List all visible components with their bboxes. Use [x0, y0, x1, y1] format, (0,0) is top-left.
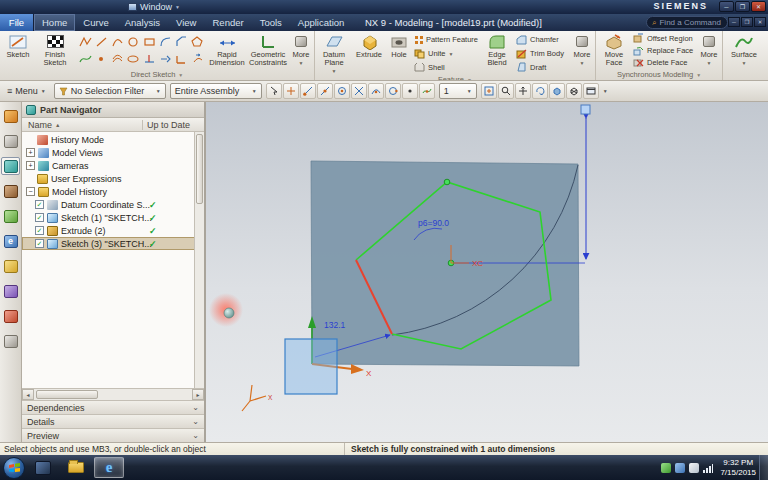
geometric-constraints-button[interactable]: Geometric Constraints: [247, 32, 289, 69]
rapid-dimension-button[interactable]: Rapid Dimension: [207, 32, 247, 69]
studio-spline-icon[interactable]: [77, 51, 93, 68]
constraint-navigator-icon[interactable]: [1, 132, 20, 150]
doc-minimize-button[interactable]: ─: [728, 17, 740, 27]
pan-icon[interactable]: [515, 83, 531, 99]
move-curve-icon[interactable]: [189, 51, 205, 68]
sketch-plane-face[interactable]: [311, 161, 579, 366]
suppress-checkbox[interactable]: ✓: [35, 200, 44, 209]
angle-dimension-text[interactable]: p6=90.0: [418, 218, 449, 228]
pattern-feature-button[interactable]: Pattern Feature: [414, 34, 478, 46]
tab-view[interactable]: View: [168, 14, 204, 31]
circle-icon[interactable]: [125, 34, 141, 51]
suppress-checkbox[interactable]: ✓: [35, 239, 44, 248]
snap-point-ball[interactable]: [224, 308, 234, 318]
unite-button[interactable]: Unite ▼: [414, 48, 478, 60]
vertical-scrollbar[interactable]: [194, 132, 204, 388]
reuse-library-icon[interactable]: [1, 182, 20, 200]
horizontal-scrollbar[interactable]: ◄ ►: [22, 388, 204, 400]
fit-view-icon[interactable]: [481, 83, 497, 99]
roles-icon[interactable]: [1, 332, 20, 350]
action-center-icon[interactable]: [689, 463, 699, 473]
expand-icon[interactable]: +: [26, 161, 35, 170]
edge-blend-button[interactable]: Edge Blend: [480, 32, 514, 75]
quadrant-point-icon[interactable]: [385, 83, 401, 99]
polygon-icon[interactable]: [189, 34, 205, 51]
doc-close-button[interactable]: ✕: [754, 17, 766, 27]
tree-item-datum-csys[interactable]: ✓ Datum Coordinate S... ✓: [22, 198, 204, 211]
arc-center-icon[interactable]: [368, 83, 384, 99]
taskbar-app-explorer[interactable]: [61, 457, 91, 478]
tab-curve[interactable]: Curve: [75, 14, 116, 31]
restore-button[interactable]: ❐: [735, 1, 750, 12]
tree-item-sketch-1[interactable]: ✓ Sketch (1) "SKETCH... ✓: [22, 211, 204, 224]
shell-button[interactable]: Shell: [414, 61, 478, 73]
move-face-button[interactable]: Move Face: [597, 32, 631, 69]
web-browser-icon[interactable]: e: [1, 232, 20, 250]
graphics-window[interactable]: XC p6=90.0 132.1 X X: [206, 102, 768, 442]
taskbar-app-nx[interactable]: [28, 457, 58, 478]
point-icon[interactable]: [93, 51, 109, 68]
length-dimension-text[interactable]: 132.1: [324, 320, 346, 330]
feature-more-button[interactable]: More ▼: [570, 32, 594, 75]
tab-tools[interactable]: Tools: [252, 14, 290, 31]
close-button[interactable]: ✕: [751, 1, 766, 12]
sketch-button[interactable]: Sketch: [1, 32, 35, 69]
chamfer-button[interactable]: Chamfer: [516, 34, 568, 46]
finish-sketch-button[interactable]: Finish Sketch: [35, 32, 75, 69]
process-studio-icon[interactable]: [1, 282, 20, 300]
offset-region-button[interactable]: Offset Region: [633, 32, 695, 44]
tab-application[interactable]: Application: [290, 14, 352, 31]
dimension-handle[interactable]: [581, 105, 590, 114]
zoom-icon[interactable]: [498, 83, 514, 99]
manufacturing-wizard-icon[interactable]: [1, 307, 20, 325]
group-label-synchronous-modeling[interactable]: Synchronous Modeling▼: [597, 69, 721, 80]
replace-face-button[interactable]: Replace Face: [633, 45, 695, 57]
tab-file[interactable]: File: [0, 14, 34, 31]
hole-button[interactable]: Hole: [386, 32, 412, 75]
tree-item-extrude-2[interactable]: ✓ Extrude (2) ✓: [22, 224, 204, 237]
taskbar-clock[interactable]: 9:32 PM 7/15/2015: [720, 458, 756, 477]
suppress-checkbox[interactable]: ✓: [35, 213, 44, 222]
shaded-view-icon[interactable]: [549, 83, 565, 99]
end-point-icon[interactable]: [300, 83, 316, 99]
selection-filter-dropdown[interactable]: No Selection Filter ▼: [54, 83, 166, 99]
tree-item-user-expressions[interactable]: User Expressions: [22, 172, 204, 185]
direct-sketch-more-button[interactable]: More ▼: [289, 32, 313, 69]
point-on-curve-icon[interactable]: [419, 83, 435, 99]
details-section[interactable]: Details ⌄: [22, 414, 204, 428]
ellipse-icon[interactable]: [125, 51, 141, 68]
tree-item-history-mode[interactable]: History Mode: [22, 133, 204, 146]
column-name[interactable]: Name ▲: [22, 120, 142, 130]
tray-icon-1[interactable]: [661, 463, 671, 473]
line-icon[interactable]: [93, 34, 109, 51]
synchronous-more-button[interactable]: More ▼: [697, 32, 721, 69]
profile-icon[interactable]: [77, 34, 93, 51]
collapse-icon[interactable]: −: [26, 187, 35, 196]
tray-icon-2[interactable]: [675, 463, 685, 473]
taskbar-app-internet-explorer[interactable]: e: [94, 457, 124, 478]
trim-body-button[interactable]: Trim Body: [516, 48, 568, 60]
doc-restore-button[interactable]: ❐: [741, 17, 753, 27]
part-navigator-icon[interactable]: [1, 157, 20, 175]
selection-scope-dropdown[interactable]: Entire Assembly ▼: [170, 83, 262, 99]
column-up-to-date[interactable]: Up to Date: [142, 120, 204, 130]
tree-item-model-history[interactable]: − Model History: [22, 185, 204, 198]
work-layer-combo[interactable]: 1 ▼: [439, 83, 477, 99]
tab-analysis[interactable]: Analysis: [117, 14, 168, 31]
surface-button[interactable]: Surface ▼: [724, 32, 764, 69]
quick-extend-icon[interactable]: [157, 51, 173, 68]
delete-face-button[interactable]: Delete Face: [633, 57, 695, 69]
network-icon[interactable]: [703, 463, 713, 473]
rotate-icon[interactable]: [532, 83, 548, 99]
dependencies-section[interactable]: Dependencies ⌄: [22, 400, 204, 414]
extrude-button[interactable]: Extrude: [352, 32, 386, 75]
window-menu[interactable]: Window ▼: [128, 1, 180, 13]
chamfer-sketch-icon[interactable]: [173, 34, 189, 51]
mid-point-icon[interactable]: [317, 83, 333, 99]
rectangle-icon[interactable]: [141, 34, 157, 51]
group-label-direct-sketch[interactable]: Direct Sketch▼: [1, 69, 313, 80]
tree-item-model-views[interactable]: + Model Views: [22, 146, 204, 159]
scrollbar-thumb[interactable]: [36, 390, 98, 399]
existing-point-icon[interactable]: [402, 83, 418, 99]
sketch-vertex-point[interactable]: [444, 179, 450, 185]
